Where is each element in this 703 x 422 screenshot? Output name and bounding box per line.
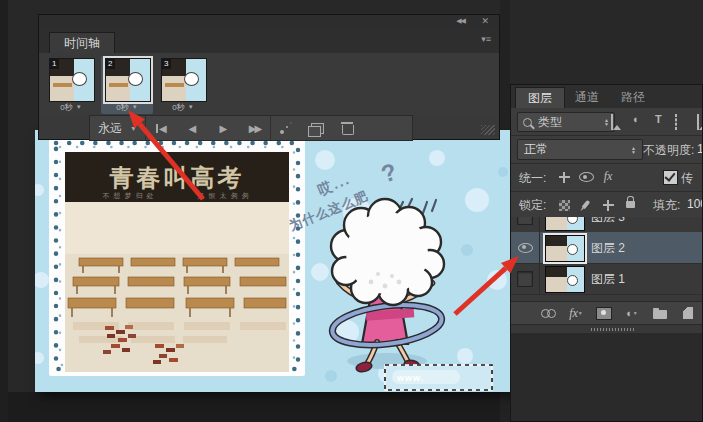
frame-number: 1 — [50, 59, 59, 69]
delete-frame-button[interactable] — [333, 116, 364, 140]
unify-style-icon[interactable]: fx — [599, 168, 617, 184]
timeline-panel: ◀◀ ✕ 时间轴 ▾≡ 1 0秒▼ 2 — [38, 14, 500, 140]
next-frame-button[interactable]: ▶▶ — [239, 116, 270, 140]
animation-frame-3[interactable]: 3 0秒▼ — [157, 56, 209, 114]
filter-text-layers-icon[interactable]: T — [655, 113, 662, 125]
layer-row-2-selected[interactable]: 图层 2 — [511, 232, 703, 264]
updown-arrows-icon: ▲▼ — [604, 118, 609, 126]
opacity-label: 不透明度: — [643, 142, 694, 159]
layer-name: 图层 1 — [591, 271, 625, 288]
filter-shape-layers-icon[interactable] — [675, 115, 677, 129]
animation-frames-strip: 1 0秒▼ 2 0秒▼ 3 — [39, 53, 499, 115]
visibility-toggle[interactable] — [511, 217, 540, 232]
layer-name: 图层 2 — [591, 240, 625, 257]
layer-name: 图层 3 — [591, 217, 625, 226]
panel-menu-icon[interactable]: ▾≡ — [481, 34, 491, 44]
filter-pixel-layers-icon[interactable] — [611, 115, 613, 129]
timeline-tab-row: 时间轴 ▾≡ — [39, 29, 499, 54]
duplicate-frame-button[interactable] — [302, 116, 333, 140]
filter-smart-object-icon[interactable] — [697, 115, 699, 129]
play-button[interactable]: ▶ — [208, 116, 239, 140]
panel-dock-empty — [511, 333, 703, 422]
layer-style-fx-icon[interactable]: fx▼ — [567, 304, 585, 322]
document-canvas: 青春叫高考 不想梦归处 只恨太匆匆 — [35, 130, 512, 392]
layers-panel-tabs: 图层 通道 路径 — [511, 85, 703, 109]
fill-value[interactable]: 100% — [687, 197, 703, 211]
blend-mode-dropdown[interactable]: 正常 ▲▼ — [517, 139, 643, 160]
new-group-folder-icon[interactable] — [651, 304, 669, 322]
tab-channels[interactable]: 通道 — [563, 87, 611, 107]
link-layers-icon[interactable] — [539, 304, 557, 322]
lock-transparency-icon[interactable] — [555, 197, 573, 213]
poster-subtitle-right: 只恨太匆匆 — [198, 192, 253, 200]
lock-row: 锁定: 填充: 100% — [511, 191, 703, 218]
opacity-value[interactable]: 100% — [697, 142, 703, 156]
lock-label: 锁定: — [519, 197, 546, 214]
poster-artwork: 青春叫高考 不想梦归处 只恨太匆匆 — [49, 136, 305, 376]
layer-row-3[interactable]: 图层 3 — [511, 217, 703, 233]
updown-arrows-icon: ▲▼ — [631, 146, 636, 154]
collapse-panel-icon[interactable]: ◀◀ — [456, 17, 465, 25]
visibility-empty-box — [517, 217, 533, 225]
tween-button[interactable] — [271, 116, 302, 140]
close-panel-icon[interactable]: ✕ — [481, 16, 489, 26]
layer-thumbnail — [545, 266, 585, 293]
first-frame-button[interactable]: ◀ — [146, 116, 177, 140]
propagate-frame-checkbox[interactable] — [663, 170, 678, 185]
timeline-panel-header: ◀◀ ✕ — [39, 15, 499, 30]
unify-row: 统一: fx 传 — [511, 163, 703, 192]
selection-region[interactable]: www. — [385, 365, 492, 390]
tab-paths[interactable]: 路径 — [609, 87, 657, 107]
layer-row-1[interactable]: 图层 1 — [511, 263, 703, 295]
frame-thumbnail: 2 — [105, 58, 151, 102]
fill-label: 填充: — [653, 197, 680, 214]
lock-position-icon[interactable] — [599, 197, 617, 213]
watermark-text: www. — [396, 373, 424, 383]
tab-layers[interactable]: 图层 — [515, 87, 565, 108]
layer-thumbnail — [545, 217, 585, 231]
blend-row: 正常 ▲▼ 不透明度: 100% — [511, 135, 703, 164]
layer-thumbnail — [545, 235, 585, 262]
eye-icon — [518, 243, 533, 253]
panel-resize-grip[interactable] — [481, 125, 495, 135]
poster-subtitle-left: 不想梦归处 — [103, 192, 158, 200]
loop-count-selector[interactable]: 永远 ▼ — [90, 116, 146, 140]
chevron-down-icon: ▼ — [130, 125, 137, 132]
layers-panel: 图层 通道 路径 类型 ▲▼ ◐ T 正常 ▲▼ 不透明度: 100% — [510, 84, 703, 422]
lock-all-icon[interactable] — [621, 194, 639, 210]
chevron-down-icon: ▼ — [188, 104, 194, 110]
previous-frame-button[interactable]: ◀ — [177, 116, 208, 140]
unify-position-icon[interactable] — [555, 169, 573, 185]
frame-delay-dropdown[interactable]: 0秒▼ — [103, 101, 151, 113]
frame-number: 2 — [106, 59, 115, 69]
animation-frame-1[interactable]: 1 0秒▼ — [45, 56, 97, 114]
chevron-down-icon: ▼ — [76, 104, 82, 110]
filter-adjustment-layers-icon[interactable]: ◐ — [633, 113, 640, 125]
layers-list: 图层 3 图层 2 图层 1 — [511, 217, 703, 301]
frame-number: 3 — [162, 59, 171, 69]
frame-thumbnail: 3 — [161, 58, 207, 102]
adjustment-layer-icon[interactable]: ◐▼ — [623, 304, 641, 322]
filter-type-dropdown[interactable]: 类型 ▲▼ — [517, 112, 615, 132]
lock-pixels-brush-icon[interactable] — [577, 196, 595, 212]
search-icon — [523, 118, 532, 127]
visibility-toggle[interactable] — [511, 263, 540, 294]
workspace-edge — [0, 0, 8, 422]
poster-title: 青春叫高考 — [109, 164, 245, 191]
visibility-toggle[interactable] — [511, 232, 540, 263]
add-layer-mask-icon[interactable] — [595, 304, 613, 322]
new-layer-icon[interactable] — [679, 304, 697, 322]
unify-visibility-icon[interactable] — [577, 169, 595, 185]
workspace-background — [8, 392, 503, 422]
unify-label: 统一: — [519, 170, 546, 187]
timeline-controls: 永远 ▼ ◀ ◀ ▶ ▶▶ — [89, 115, 413, 141]
frame-thumbnail: 1 — [49, 58, 95, 102]
chevron-down-icon: ▼ — [132, 104, 138, 110]
propagate-frame-label: 传 — [681, 170, 693, 187]
frame-delay-dropdown[interactable]: 0秒▼ — [47, 101, 95, 113]
photoshop-workspace: 青春叫高考 不想梦归处 只恨太匆匆 — [0, 0, 703, 422]
tab-timeline[interactable]: 时间轴 — [49, 32, 115, 54]
animation-frame-2-selected[interactable]: 2 0秒▼ — [101, 56, 153, 114]
layer-filter-row: 类型 ▲▼ ◐ T — [511, 108, 703, 136]
frame-delay-dropdown[interactable]: 0秒▼ — [159, 101, 207, 113]
